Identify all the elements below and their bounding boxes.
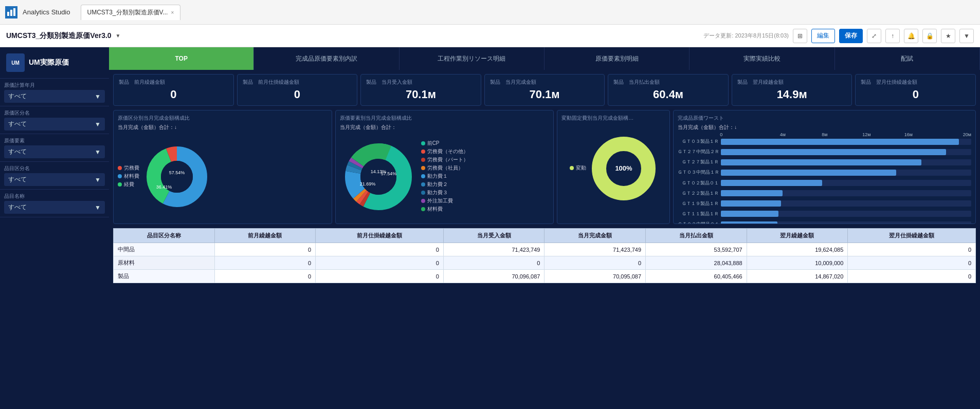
cell-v5: 28,043,888 — [646, 256, 747, 270]
col-header-3: 当月受入金額 — [443, 229, 545, 243]
content-area: TOP 完成品原価要素別内訳 工程作業別リソース明細 原価要素別明細 実際実績比… — [109, 47, 980, 409]
tab-genka-youso[interactable]: 原価要素別明細 — [545, 47, 689, 70]
select-genkaKubunMei[interactable]: すべて ▼ — [4, 118, 105, 131]
grid-btn[interactable]: ⊞ — [793, 29, 807, 43]
toolbar: UMCST3_分類別製造原価Ver3.0 ▼ データ更新: 2023年8月15日… — [0, 25, 980, 47]
bar-fill — [721, 170, 896, 176]
chart-genka-kubun: 原価区分別当月完成金額構成比 当月完成（金額）合計：↓ 労務費 材料費 — [113, 110, 332, 224]
cell-v2: 0 — [316, 256, 444, 270]
charts-row: 原価区分別当月完成金額構成比 当月完成（金額）合計：↓ 労務費 材料費 — [109, 108, 980, 226]
kpi-label-0: 製品 前月繰越金額 — [119, 79, 228, 86]
cell-v7: 0 — [848, 243, 976, 256]
bar-track: 8.1м — [721, 180, 971, 186]
chart-hendo-kotei: 変動固定費別当月完成金額構… 変動 100% — [557, 110, 670, 224]
bar-fill — [721, 190, 782, 196]
tab-jissai-jisseki[interactable]: 実際実績比較 — [689, 47, 834, 70]
kpi-value-0: 0 — [119, 88, 228, 101]
bar-row: ＧＴ０３製品１Ｒ 19м — [678, 138, 971, 145]
data-table: 品目区分名称 前月繰越金額 前月仕掛繰越金額 当月受入金額 当月完成金額 当月払… — [113, 228, 976, 283]
select-genkaKeisanNengetsu[interactable]: すべて ▼ — [4, 90, 105, 103]
chart2-subtitle: 当月完成（金額）合計： — [340, 124, 550, 131]
bar-fill — [721, 180, 822, 186]
filter-genkaYouso: 原価要素 すべて ▼ — [0, 134, 109, 162]
star-btn[interactable]: ★ — [941, 29, 955, 43]
sidebar-header: UM UM実際原価 — [0, 47, 109, 79]
kpi-value-1: 0 — [243, 88, 352, 101]
lock-btn[interactable]: 🔒 — [922, 29, 937, 43]
table-row: 中間品 0 0 71,423,749 71,423,749 53,592,707… — [114, 243, 976, 256]
fullscreen-btn[interactable]: ⤢ — [867, 29, 881, 43]
kpi-card-5: 製品 翌月繰越金額 14.9м — [732, 74, 852, 106]
kpi-card-2: 製品 当月受入金額 70.1м — [360, 74, 481, 106]
report-dropdown-icon[interactable]: ▼ — [116, 33, 121, 39]
main-layout: UM UM実際原価 原価計算年月 すべて ▼ 原価区分名 すべて ▼ 原価要素 … — [0, 47, 980, 409]
share-btn[interactable]: ↑ — [885, 29, 900, 43]
col-header-7: 翌月仕掛繰越金額 — [848, 229, 976, 243]
chart-genka-youso: 原価要素別当月完成金額構成比 当月完成（金額）合計： — [335, 110, 554, 224]
cell-v7: 0 — [848, 270, 976, 283]
select-genkaYouso[interactable]: すべて ▼ — [4, 145, 105, 158]
bar-label: ＧＴ０２中間品０１ — [678, 221, 719, 224]
kpi-card-3: 製品 当月完成金額 70.1м — [484, 74, 605, 106]
tab-koutei-sagyo[interactable]: 工程作業別リソース明細 — [400, 47, 545, 70]
col-header-name: 品目区分名称 — [114, 229, 215, 243]
bar-row: ＧＴ２７中間品２Ｒ 18м — [678, 148, 971, 155]
bar-label: ＧＴ２２製品１Ｒ — [678, 190, 719, 197]
bar-label: ＧＴ１１製品１Ｒ — [678, 211, 719, 217]
tab-close-icon[interactable]: × — [171, 10, 174, 15]
kpi-label-3: 製品 当月完成金額 — [490, 79, 600, 86]
cell-v3: 70,096,087 — [443, 270, 545, 283]
chart4-bars: ＧＴ０３製品１Ｒ 19м ＧＴ２７中間品２Ｒ 18м ＧＴ２７製品１Ｒ 16м … — [678, 138, 971, 224]
cell-v2: 0 — [316, 243, 444, 256]
kpi-card-4: 製品 当月払出金額 60.4м — [608, 74, 729, 106]
bar-row: ＧＴ０３中間品１Ｒ 14м — [678, 169, 971, 176]
cell-v2: 0 — [316, 270, 444, 283]
select-hinmokuKubunMei[interactable]: すべて ▼ — [4, 173, 105, 186]
chart1-svg: 57.54% 36.41% — [143, 143, 210, 210]
bar-fill — [721, 200, 781, 207]
chart4-axis: 0 4м 8м 12м 16м 20м — [678, 132, 971, 137]
tab-haifu[interactable]: 配賦 — [835, 47, 980, 70]
toolbar-right: データ更新: 2023年8月15日(8:03) ⊞ 編集 保存 ⤢ ↑ 🔔 🔒 … — [703, 29, 974, 43]
bar-row: ＧＴ２７製品１Ｒ 16м — [678, 159, 971, 165]
logo-text: UM — [11, 60, 20, 66]
active-tab[interactable]: UMCST3_分類別製造原価V... × — [81, 5, 181, 20]
bar-row: ＧＴ０２中間品０１ 4.5м — [678, 221, 971, 224]
bar-fill — [721, 139, 958, 145]
chart2-svg: 14.13% 21.69% 57.54% — [340, 138, 417, 215]
bell-btn[interactable]: 🔔 — [904, 29, 918, 43]
cell-name: 製品 — [114, 270, 215, 283]
chart-kansei-worst: 完成品原価ワースト 当月完成（金額）合計：↓ 0 4м 8м 12м 16м 2… — [673, 110, 976, 224]
tab-label: UMCST3_分類別製造原価V... — [87, 8, 168, 17]
chart2-legend: 前CP 労務費（その他） 労務費（パート） 労務費（社員） 動力費１ 動力費２ … — [421, 140, 468, 214]
bar-track: 4.8м — [721, 200, 971, 207]
bar-track: 19м — [721, 139, 971, 145]
edit-button[interactable]: 編集 — [811, 29, 835, 43]
bar-track: 18м — [721, 149, 971, 155]
table-row: 原材料 0 0 0 0 28,043,888 10,009,000 0 — [114, 256, 976, 270]
cell-v6: 14,867,020 — [747, 270, 848, 283]
kpi-label-4: 製品 当月払出金額 — [613, 79, 723, 86]
tab-top[interactable]: TOP — [109, 47, 254, 70]
cell-v4: 70,095,087 — [545, 270, 646, 283]
bar-row: ＧＴ０２製品０１ 8.1м — [678, 180, 971, 187]
bar-track: 16м — [721, 159, 971, 165]
kpi-card-0: 製品 前月繰越金額 0 — [113, 74, 234, 106]
tab-kansei-genka[interactable]: 完成品原価要素別内訳 — [254, 47, 399, 70]
app-icon — [5, 6, 17, 18]
select-hinmokuMeisho[interactable]: すべて ▼ — [4, 201, 105, 214]
col-header-2: 前月仕掛繰越金額 — [316, 229, 444, 243]
kpi-label-5: 製品 翌月繰越金額 — [737, 79, 847, 86]
chart3-title: 変動固定費別当月完成金額構… — [561, 115, 665, 122]
bar-track: 4.9м — [721, 190, 971, 196]
chart3-donut-wrap: 変動 100% — [561, 124, 665, 213]
svg-point-18 — [360, 159, 396, 195]
filter-genkaKubunMei: 原価区分名 すべて ▼ — [0, 106, 109, 134]
more-btn[interactable]: ▼ — [959, 29, 974, 43]
bar-label: ＧＴ２７中間品２Ｒ — [678, 148, 719, 155]
cell-v7: 0 — [848, 256, 976, 270]
cell-v3: 0 — [443, 256, 545, 270]
bar-track: 4.5м — [721, 221, 971, 225]
save-button[interactable]: 保存 — [839, 29, 863, 43]
kpi-label-1: 製品 前月仕掛繰越金額 — [243, 79, 352, 86]
